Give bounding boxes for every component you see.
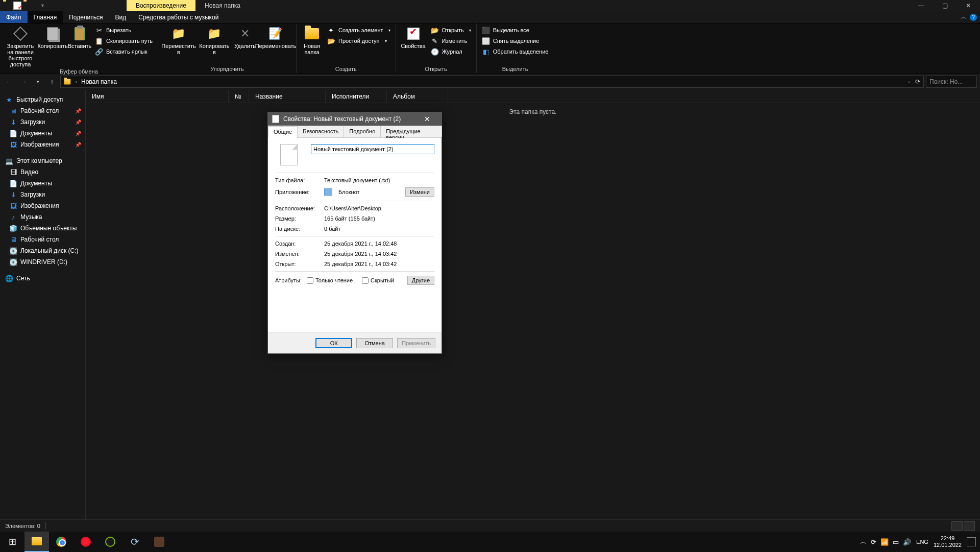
column-headers: Имя № Название Исполнители Альбом	[86, 90, 980, 103]
history-button[interactable]: 🕘Журнал	[430, 47, 472, 56]
taskbar-steam[interactable]: ⟳	[122, 532, 147, 552]
new-folder-button[interactable]: Новая папка	[301, 26, 323, 55]
sidebar-documents[interactable]: 📄Документы📌	[0, 128, 85, 139]
close-button[interactable]: ✕	[957, 0, 980, 11]
taskbar-opera[interactable]	[74, 532, 98, 552]
cut-button[interactable]: ✂Вырезать	[94, 26, 154, 35]
sidebar-3d-objects[interactable]: 🧊Объемные объекты	[0, 223, 85, 234]
ribbon-tab-home[interactable]: Главная	[28, 11, 63, 23]
tray-volume-icon[interactable]: 🔊	[903, 538, 911, 546]
sidebar-videos[interactable]: 🎞Видео	[0, 166, 85, 178]
col-album[interactable]: Альбом	[387, 90, 448, 103]
qat-newfolder-icon[interactable]	[23, 2, 32, 10]
qat-dropdown-icon[interactable]: ▼	[40, 3, 45, 8]
col-artists[interactable]: Исполнители	[326, 90, 387, 103]
label: Документы	[20, 180, 52, 187]
taskbar-app-green[interactable]	[98, 532, 122, 552]
tray-language[interactable]: ENG	[916, 539, 928, 545]
view-thumbs-button[interactable]	[964, 521, 975, 531]
sidebar-this-pc[interactable]: 💻Этот компьютер	[0, 155, 85, 166]
copy-button[interactable]: Копировать	[40, 26, 65, 49]
sidebar-pictures2[interactable]: 🖼Изображения	[0, 200, 85, 211]
breadcrumb[interactable]: Новая папка	[81, 78, 117, 85]
sidebar-quick-access[interactable]: ★Быстрый доступ	[0, 94, 85, 105]
qat-properties-icon[interactable]: ✔	[13, 2, 21, 10]
forward-button[interactable]: →	[17, 76, 30, 88]
sidebar-pictures[interactable]: 🖼Изображения📌	[0, 139, 85, 150]
tab-security[interactable]: Безопасность	[297, 126, 344, 137]
pin-button[interactable]: Закрепить на панели быстрого доступа	[4, 26, 37, 67]
start-button[interactable]: ⊞	[0, 532, 24, 552]
select-none-button[interactable]: ⬜Снять выделение	[481, 36, 550, 45]
tray-overflow-icon[interactable]: ︿	[860, 537, 867, 546]
recent-dropdown[interactable]: ▾	[32, 76, 44, 88]
address-dropdown-icon[interactable]: ⌄	[904, 78, 914, 85]
copy-path-button[interactable]: 📋Скопировать путь	[94, 36, 154, 45]
search-input[interactable]: Поиск: Но...	[926, 76, 977, 88]
paste-button[interactable]: Вставить	[68, 26, 91, 49]
notification-center-icon[interactable]	[967, 537, 976, 546]
sidebar-documents2[interactable]: 📄Документы	[0, 178, 85, 189]
sidebar-downloads2[interactable]: ⬇Загрузки	[0, 189, 85, 200]
taskbar-explorer[interactable]	[24, 532, 49, 552]
invert-selection-button[interactable]: ◧Обратить выделение	[481, 47, 550, 56]
new-item-button[interactable]: ✦Создать элемент▾	[326, 26, 391, 35]
rename-button[interactable]: 📝Переименовать	[259, 26, 292, 49]
tab-details[interactable]: Подробно	[344, 126, 381, 137]
move-to-button[interactable]: 📁Переместить в	[162, 26, 195, 55]
sidebar-network[interactable]: 🌐Сеть	[0, 273, 85, 284]
filename-input[interactable]	[311, 144, 434, 154]
dialog-titlebar[interactable]: Свойства: Новый текстовый документ (2) ✕	[268, 112, 442, 126]
change-app-button[interactable]: Измени	[405, 187, 434, 197]
sidebar-desktop2[interactable]: 🖥Рабочий стол	[0, 234, 85, 245]
edit-button[interactable]: ✎Изменить	[430, 36, 472, 45]
address-input[interactable]: › Новая папка ⌄ ⟳	[60, 76, 924, 88]
ribbon-collapse-icon[interactable]: ︿	[961, 13, 967, 21]
label: Объемные объекты	[20, 225, 77, 232]
readonly-checkbox[interactable]: Только чтение	[307, 277, 353, 284]
taskbar-app[interactable]	[147, 532, 172, 552]
open-button[interactable]: 📂Открыть▾	[430, 26, 472, 35]
col-title[interactable]: Название	[249, 90, 326, 103]
col-name[interactable]: Имя	[86, 90, 229, 103]
hidden-checkbox[interactable]: Скрытый	[362, 277, 394, 284]
tab-playback[interactable]: Воспроизведение	[127, 0, 195, 11]
up-button[interactable]: ↑	[46, 76, 58, 88]
cancel-button[interactable]: Отмена	[356, 338, 393, 348]
tab-previous-versions[interactable]: Предыдущие версии	[380, 126, 442, 137]
view-details-button[interactable]	[951, 521, 963, 531]
tab-general[interactable]: Общие	[268, 126, 298, 138]
back-button[interactable]: ←	[3, 76, 15, 88]
maximize-button[interactable]: ▢	[933, 0, 957, 11]
ribbon-tab-file[interactable]: Файл	[0, 11, 28, 23]
minimize-button[interactable]: ―	[910, 0, 933, 11]
sidebar-windriver[interactable]: 💽WINDRIVER (D:)	[0, 256, 85, 268]
ribbon-tab-view[interactable]: Вид	[109, 11, 132, 23]
sidebar-local-disk[interactable]: 💽Локальный диск (C:)	[0, 245, 85, 256]
taskbar-chrome[interactable]	[49, 532, 74, 552]
properties-button[interactable]: Свойства	[400, 26, 427, 49]
ribbon-tab-share[interactable]: Поделиться	[63, 11, 109, 23]
tray-clock[interactable]: 22:49 12.01.2022	[934, 535, 962, 548]
ribbon-tab-music-tools[interactable]: Средства работы с музыкой	[132, 11, 225, 23]
select-all-button[interactable]: ⬛Выделить все	[481, 26, 550, 35]
apply-button[interactable]: Применить	[397, 338, 435, 348]
move-to-label: Переместить в	[161, 43, 195, 55]
paste-shortcut-button[interactable]: 🔗Вставить ярлык	[94, 47, 154, 56]
help-icon[interactable]: ?	[970, 14, 977, 21]
refresh-icon[interactable]: ⟳	[915, 78, 920, 85]
clock-time: 22:49	[934, 535, 962, 542]
delete-button[interactable]: ✕Удалить	[234, 26, 256, 49]
col-number[interactable]: №	[229, 90, 249, 103]
tray-steam-icon[interactable]: ⟳	[871, 538, 876, 546]
other-attributes-button[interactable]: Другие	[407, 276, 434, 285]
tray-network-icon[interactable]: 📶	[880, 538, 889, 546]
sidebar-downloads[interactable]: ⬇Загрузки📌	[0, 116, 85, 128]
easy-access-button[interactable]: 📂Простой доступ▾	[326, 36, 391, 45]
copy-to-button[interactable]: 📁Копировать в	[198, 26, 231, 55]
tray-battery-icon[interactable]: ▭	[893, 538, 899, 546]
ok-button[interactable]: ОК	[315, 338, 352, 348]
dialog-close-button[interactable]: ✕	[417, 112, 437, 126]
sidebar-desktop[interactable]: 🖥Рабочий стол📌	[0, 105, 85, 116]
sidebar-music[interactable]: ♪Музыка	[0, 211, 85, 223]
